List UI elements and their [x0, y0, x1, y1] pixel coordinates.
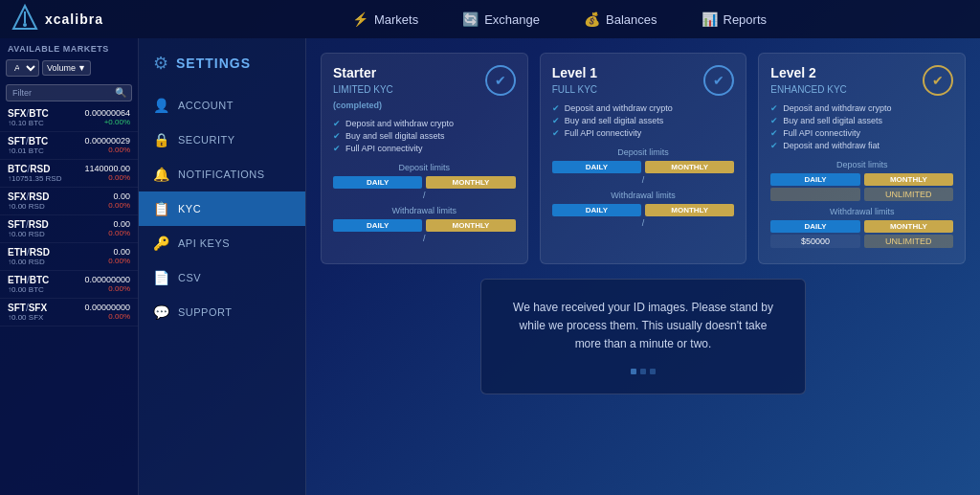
withdrawal-limits-header: DAILY MONTHLY: [770, 220, 953, 233]
deposit-limits-header: DAILY MONTHLY: [770, 173, 953, 186]
settings-menu-item-account[interactable]: 👤 ACCOUNT: [139, 88, 305, 123]
market-list-item[interactable]: BTC/RSD ↑10751.35 RSD 1140000.00 0.00%: [0, 160, 138, 188]
market-list-item[interactable]: ETH/RSD ↑0.00 RSD 0.00 0.00%: [0, 243, 138, 271]
market-left: SFT/SFX ↑0.00 SFX: [8, 303, 47, 322]
withdrawal-limits-section: Withdrawal limits DAILY MONTHLY /: [333, 206, 516, 243]
market-pair: ETH/BTC: [8, 275, 49, 285]
market-list-item[interactable]: SFT/SFX ↑0.00 SFX 0.00000000 0.00%: [0, 299, 138, 326]
menu-icon: 🔒: [153, 132, 168, 147]
volume-sort-icon: ▼: [78, 63, 86, 73]
menu-label: SUPPORT: [178, 306, 232, 318]
nav-exchange[interactable]: 🔄 Exchange: [455, 8, 547, 31]
market-change: 0.00%: [84, 284, 130, 293]
kyc-sub-label: (completed): [333, 101, 382, 110]
nav-markets[interactable]: ⚡ Markets: [345, 8, 426, 31]
kyc-feature: Buy and sell digital assets: [770, 116, 953, 125]
search-icon: 🔍: [115, 87, 126, 98]
market-list-item[interactable]: SFX/RSD ↑0.00 RSD 0.00 0.00%: [0, 188, 138, 215]
logo-icon: [10, 4, 40, 34]
kyc-feature: Buy and sell digital assets: [552, 116, 735, 125]
market-pair: SFX/BTC: [8, 108, 49, 119]
dot-3: [650, 369, 656, 374]
market-list-item[interactable]: SFT/RSD ↑0.00 RSD 0.00 0.00%: [0, 215, 138, 243]
menu-label: KYC: [178, 203, 201, 214]
market-filter-select[interactable]: All: [6, 59, 39, 77]
market-price: 0.00000000: [84, 303, 130, 312]
withdrawal-limits-section: Withdrawal limits DAILY MONTHLY $50000 U…: [770, 207, 953, 248]
market-volume: ↑0.00 RSD: [8, 230, 49, 238]
kyc-check-icon: ✔: [923, 65, 953, 96]
deposit-limits-header: DAILY MONTHLY: [552, 161, 735, 173]
search-input[interactable]: [6, 84, 132, 101]
settings-header: ⚙ SETTINGS: [139, 48, 305, 88]
menu-icon: 📄: [153, 270, 168, 285]
logo-area: xcalibra: [10, 4, 148, 34]
withdrawal-limits-title: Withdrawal limits: [333, 206, 516, 215]
market-list-item[interactable]: SFT/BTC ↑0.01 BTC 0.00000029 0.00%: [0, 132, 138, 160]
market-price: 0.00: [108, 191, 130, 201]
market-pair: ETH/RSD: [8, 247, 50, 258]
deposit-limits-title: Deposit limits: [770, 160, 953, 169]
kyc-check-icon: ✔: [703, 65, 734, 96]
notification-text: We have received your ID images. Please …: [510, 299, 776, 354]
menu-icon: 👤: [153, 98, 168, 113]
kyc-card-1: Level 1FULL KYC ✔ Deposit and withdraw c…: [540, 53, 747, 264]
kyc-level-name: Level 1FULL KYC: [552, 65, 597, 96]
market-left: ETH/BTC ↑0.00 BTC: [8, 275, 49, 294]
kyc-card-2: Level 2ENHANCED KYC ✔ Deposit and withdr…: [758, 53, 966, 264]
kyc-level-type: LIMITED KYC: [333, 84, 393, 95]
markets-icon: ⚡: [352, 11, 368, 27]
nav-reports-label: Reports: [724, 12, 768, 27]
settings-menu-item-api-keys[interactable]: 🔑 API KEYS: [139, 226, 305, 260]
market-list-item[interactable]: SFX/BTC ↑0.10 BTC 0.00000064 +0.00%: [0, 104, 138, 132]
market-volume: ↑0.00 SFX: [8, 313, 47, 322]
deposit-monthly-badge: MONTHLY: [645, 161, 734, 173]
market-pair: SFT/RSD: [8, 219, 49, 230]
nav-reports[interactable]: 📊 Reports: [694, 8, 775, 31]
kyc-card-header: StarterLIMITED KYC (completed) ✔: [333, 65, 516, 111]
withdrawal-daily-badge: DAILY: [552, 204, 641, 216]
deposit-limits-title: Deposit limits: [333, 163, 516, 172]
market-change: 0.00%: [84, 146, 130, 154]
market-volume: ↑10751.35 RSD: [8, 174, 61, 183]
withdrawal-daily-value: $50000: [770, 235, 859, 248]
search-row: 🔍: [0, 79, 138, 104]
settings-gear-icon: ⚙: [153, 53, 168, 74]
settings-menu-item-notifications[interactable]: 🔔 NOTIFICATIONS: [139, 157, 305, 191]
filter-row: All Volume ▼: [0, 56, 138, 79]
kyc-feature: Deposit and withdraw crypto: [770, 103, 953, 113]
market-left: SFX/RSD ↑0.00 RSD: [8, 191, 49, 211]
market-left: SFT/RSD ↑0.00 RSD: [8, 219, 49, 238]
kyc-feature: Full API connectivity: [552, 128, 735, 138]
settings-menu-item-security[interactable]: 🔒 SECURITY: [139, 123, 305, 157]
market-right: 0.00 0.00%: [108, 191, 130, 211]
settings-menu-item-kyc[interactable]: 📋 KYC: [139, 191, 305, 226]
withdrawal-daily-badge: DAILY: [333, 219, 422, 232]
kyc-features: Deposit and withdraw cryptoBuy and sell …: [552, 103, 735, 138]
menu-icon: 🔔: [153, 167, 168, 182]
settings-menu: 👤 ACCOUNT 🔒 SECURITY 🔔 NOTIFICATIONS 📋 K…: [139, 88, 305, 329]
market-change: 0.00%: [84, 173, 130, 182]
market-change: 0.00%: [108, 229, 130, 237]
nav-balances[interactable]: 💰 Balances: [576, 8, 664, 31]
nav-exchange-label: Exchange: [484, 12, 540, 27]
market-right: 0.00 0.00%: [108, 219, 130, 238]
market-pair: BTC/RSD: [8, 164, 61, 174]
withdrawal-monthly-badge: MONTHLY: [645, 204, 734, 216]
kyc-feature: Deposit and withdraw crypto: [552, 103, 735, 113]
market-list-item[interactable]: ETH/BTC ↑0.00 BTC 0.00000000 0.00%: [0, 271, 138, 299]
settings-menu-item-csv[interactable]: 📄 CSV: [139, 260, 305, 295]
market-left: SFT/BTC ↑0.01 BTC: [8, 136, 48, 155]
kyc-level-name: StarterLIMITED KYC (completed): [333, 65, 393, 111]
volume-sort-button[interactable]: Volume ▼: [42, 60, 91, 76]
menu-label: API KEYS: [178, 237, 230, 249]
deposit-limits-values: /: [552, 175, 735, 185]
settings-menu-item-support[interactable]: 💬 SUPPORT: [139, 295, 305, 329]
kyc-feature: Deposit and withdraw fiat: [770, 141, 953, 150]
market-price: 0.00: [108, 219, 130, 229]
menu-label: CSV: [178, 272, 201, 283]
menu-label: NOTIFICATIONS: [178, 169, 265, 180]
market-right: 0.00000029 0.00%: [84, 136, 130, 155]
kyc-level-type: ENHANCED KYC: [770, 84, 846, 95]
market-change: 0.00%: [108, 201, 130, 210]
